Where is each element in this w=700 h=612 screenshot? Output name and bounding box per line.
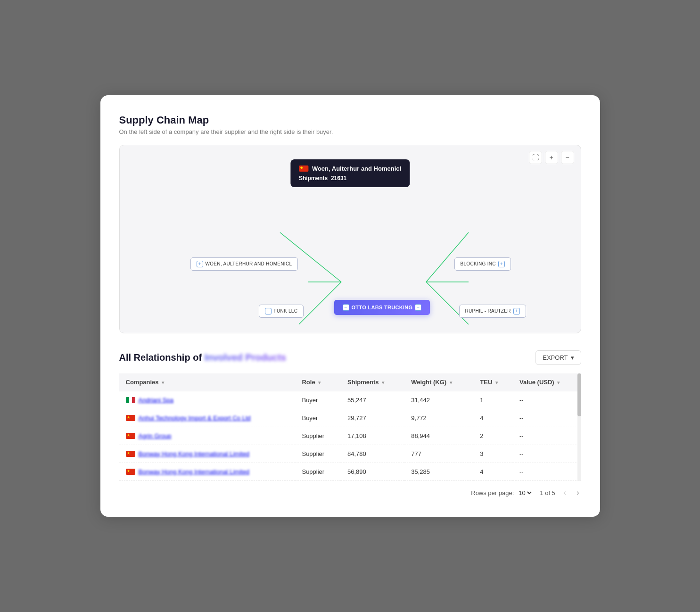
- node-expand-btn[interactable]: +: [197, 261, 203, 267]
- teu-cell: 4: [473, 409, 513, 427]
- col-role[interactable]: Role ▾: [295, 373, 341, 391]
- role-sort-icon: ▾: [318, 380, 321, 385]
- node-expand-btn[interactable]: +: [513, 308, 520, 314]
- shipments-cell: 29,727: [341, 409, 404, 427]
- node-collapse-btn-left[interactable]: −: [343, 304, 349, 311]
- weight-cell: 777: [404, 445, 473, 463]
- relationship-section-header: All Relationship of Involved Products EX…: [119, 350, 581, 365]
- tooltip-company-name: Woen, Aulterhur and Homenicl: [312, 165, 401, 172]
- teu-cell: 1: [473, 391, 513, 409]
- value-cell: --: [513, 445, 581, 463]
- value-cell: --: [513, 463, 581, 481]
- company-link[interactable]: Bonway Hong Kong International Limited: [139, 468, 250, 475]
- rows-per-page: Rows per page: 10 25 50: [471, 489, 533, 497]
- weight-cell: 88,944: [404, 427, 473, 445]
- node-label-left-mid: FUNK LLC: [274, 308, 298, 314]
- next-page-button[interactable]: ›: [575, 488, 581, 498]
- tooltip-flag-icon: [299, 165, 308, 172]
- scrollbar-thumb[interactable]: [577, 373, 581, 416]
- page-subtitle: On the left side of a company are their …: [119, 128, 581, 135]
- teu-sort-icon: ▾: [495, 380, 498, 385]
- table-row: Andriani SpaBuyer55,24731,4421--: [119, 391, 581, 409]
- company-flag-icon: [126, 397, 135, 403]
- relationship-company-blurred: Involved Products: [205, 352, 286, 363]
- value-sort-icon: ▾: [557, 380, 560, 385]
- company-flag-icon: [126, 415, 135, 421]
- node-center[interactable]: − OTTO LABS TRUCKING −: [334, 300, 430, 315]
- role-cell: Supplier: [295, 445, 341, 463]
- table-header: Companies ▾ Role ▾ Shipments ▾ Weight (K…: [119, 373, 581, 391]
- node-label-right-mid: RUPHIL - RAUTZER: [465, 308, 511, 314]
- companies-sort-icon: ▾: [162, 380, 164, 385]
- relationships-table-wrapper: Companies ▾ Role ▾ Shipments ▾ Weight (K…: [119, 373, 581, 481]
- company-flag-icon: [126, 433, 135, 439]
- company-link[interactable]: Agrin Group: [139, 432, 172, 439]
- company-cell: Anhui Technology Import & Export Co Ltd: [119, 409, 296, 427]
- role-cell: Supplier: [295, 463, 341, 481]
- relationship-title: All Relationship of Involved Products: [119, 352, 287, 363]
- table-body: Andriani SpaBuyer55,24731,4421--Anhui Te…: [119, 391, 581, 481]
- export-chevron-icon: ▾: [571, 354, 574, 361]
- node-label-right-top: BLOCKING INC: [461, 261, 496, 266]
- node-left-mid[interactable]: + FUNK LLC: [259, 305, 304, 318]
- prev-page-button[interactable]: ‹: [562, 488, 568, 498]
- company-cell: Bonway Hong Kong International Limited: [119, 463, 296, 481]
- company-flag-icon: [126, 469, 135, 475]
- tooltip-shipments-value: 21631: [331, 175, 346, 182]
- table-row: Anhui Technology Import & Export Co LtdB…: [119, 409, 581, 427]
- node-label-center: OTTO LABS TRUCKING: [352, 305, 413, 310]
- weight-cell: 31,442: [404, 391, 473, 409]
- node-label-left-top: WOEN, AULTERHUR AND HOMENICL: [206, 261, 292, 266]
- teu-cell: 2: [473, 427, 513, 445]
- supply-chain-map: ⛶ + − Woen, Aulterhur and Homenicl Shipm…: [119, 145, 581, 333]
- tooltip-shipments-label: Shipments: [299, 175, 328, 182]
- relationship-title-text: All Relationship of: [119, 352, 202, 363]
- shipments-cell: 17,108: [341, 427, 404, 445]
- rows-per-page-label: Rows per page:: [471, 489, 514, 496]
- graph-area: + WOEN, AULTERHUR AND HOMENICL + FUNK LL…: [120, 178, 581, 333]
- role-cell: Buyer: [295, 391, 341, 409]
- page-info: 1 of 5: [540, 489, 555, 496]
- node-expand-btn[interactable]: +: [265, 308, 272, 314]
- weight-cell: 9,772: [404, 409, 473, 427]
- rows-per-page-select[interactable]: 10 25 50: [517, 489, 533, 497]
- fullscreen-button[interactable]: ⛶: [529, 151, 542, 164]
- node-right-mid[interactable]: RUPHIL - RAUTZER +: [459, 305, 526, 318]
- company-flag-icon: [126, 451, 135, 457]
- page-title: Supply Chain Map: [119, 114, 581, 126]
- node-tooltip: Woen, Aulterhur and Homenicl Shipments 2…: [290, 159, 410, 187]
- role-cell: Supplier: [295, 427, 341, 445]
- shipments-cell: 84,780: [341, 445, 404, 463]
- company-cell: Bonway Hong Kong International Limited: [119, 445, 296, 463]
- value-cell: --: [513, 427, 581, 445]
- company-cell: Andriani Spa: [119, 391, 296, 409]
- value-cell: --: [513, 391, 581, 409]
- col-teu[interactable]: TEU ▾: [473, 373, 513, 391]
- scrollbar-track[interactable]: [577, 373, 581, 481]
- page-card: Supply Chain Map On the left side of a c…: [100, 95, 600, 517]
- shipments-sort-icon: ▾: [382, 380, 384, 385]
- teu-cell: 3: [473, 445, 513, 463]
- export-button[interactable]: EXPORT ▾: [535, 350, 581, 365]
- zoom-out-button[interactable]: −: [561, 151, 574, 164]
- company-link[interactable]: Andriani Spa: [139, 397, 173, 404]
- table-row: Agrin GroupSupplier17,10888,9442--: [119, 427, 581, 445]
- teu-cell: 4: [473, 463, 513, 481]
- weight-sort-icon: ▾: [450, 380, 452, 385]
- tooltip-header: Woen, Aulterhur and Homenicl: [299, 165, 401, 172]
- shipments-cell: 56,890: [341, 463, 404, 481]
- node-expand-btn[interactable]: +: [498, 261, 505, 267]
- col-value[interactable]: Value (USD) ▾: [513, 373, 581, 391]
- node-left-top[interactable]: + WOEN, AULTERHUR AND HOMENICL: [190, 257, 298, 271]
- company-link[interactable]: Bonway Hong Kong International Limited: [139, 450, 250, 457]
- weight-cell: 35,285: [404, 463, 473, 481]
- col-shipments[interactable]: Shipments ▾: [341, 373, 404, 391]
- col-weight[interactable]: Weight (KG) ▾: [404, 373, 473, 391]
- node-collapse-btn-right[interactable]: −: [415, 304, 421, 311]
- value-cell: --: [513, 409, 581, 427]
- company-link[interactable]: Anhui Technology Import & Export Co Ltd: [139, 414, 251, 422]
- node-right-top[interactable]: BLOCKING INC +: [454, 257, 511, 271]
- zoom-in-button[interactable]: +: [545, 151, 558, 164]
- map-toolbar: ⛶ + −: [529, 151, 574, 164]
- col-companies[interactable]: Companies ▾: [119, 373, 296, 391]
